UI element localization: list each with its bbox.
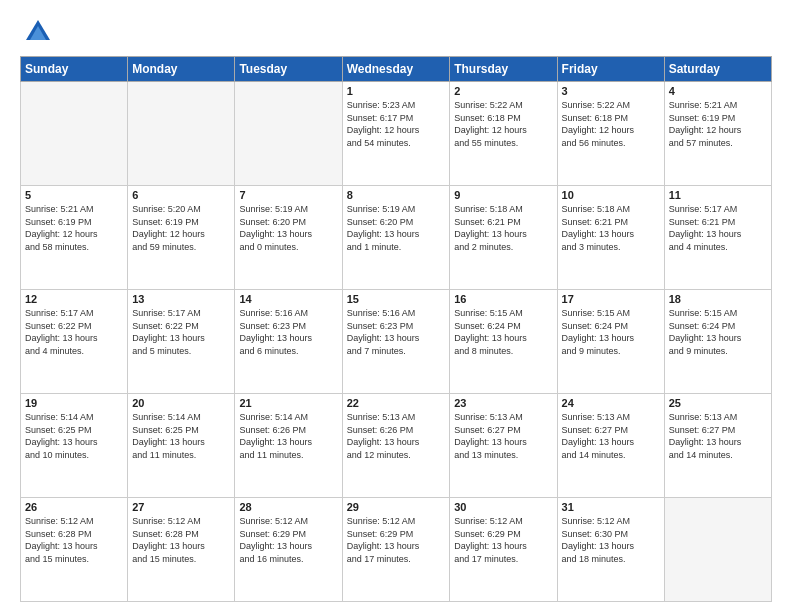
calendar-cell: 1Sunrise: 5:23 AM Sunset: 6:17 PM Daylig… bbox=[342, 82, 450, 186]
day-number: 4 bbox=[669, 85, 767, 97]
day-info: Sunrise: 5:12 AM Sunset: 6:29 PM Dayligh… bbox=[347, 515, 446, 565]
day-info: Sunrise: 5:12 AM Sunset: 6:28 PM Dayligh… bbox=[25, 515, 123, 565]
day-number: 1 bbox=[347, 85, 446, 97]
calendar-cell: 21Sunrise: 5:14 AM Sunset: 6:26 PM Dayli… bbox=[235, 394, 342, 498]
calendar-cell: 8Sunrise: 5:19 AM Sunset: 6:20 PM Daylig… bbox=[342, 186, 450, 290]
weekday-header: Tuesday bbox=[235, 57, 342, 82]
day-info: Sunrise: 5:22 AM Sunset: 6:18 PM Dayligh… bbox=[454, 99, 552, 149]
day-number: 7 bbox=[239, 189, 337, 201]
day-number: 5 bbox=[25, 189, 123, 201]
calendar-cell: 20Sunrise: 5:14 AM Sunset: 6:25 PM Dayli… bbox=[128, 394, 235, 498]
day-info: Sunrise: 5:23 AM Sunset: 6:17 PM Dayligh… bbox=[347, 99, 446, 149]
calendar-cell: 23Sunrise: 5:13 AM Sunset: 6:27 PM Dayli… bbox=[450, 394, 557, 498]
calendar-cell: 28Sunrise: 5:12 AM Sunset: 6:29 PM Dayli… bbox=[235, 498, 342, 602]
calendar-cell: 24Sunrise: 5:13 AM Sunset: 6:27 PM Dayli… bbox=[557, 394, 664, 498]
calendar-cell: 31Sunrise: 5:12 AM Sunset: 6:30 PM Dayli… bbox=[557, 498, 664, 602]
weekday-header: Thursday bbox=[450, 57, 557, 82]
day-number: 6 bbox=[132, 189, 230, 201]
calendar-cell bbox=[128, 82, 235, 186]
calendar-table: SundayMondayTuesdayWednesdayThursdayFrid… bbox=[20, 56, 772, 602]
day-info: Sunrise: 5:20 AM Sunset: 6:19 PM Dayligh… bbox=[132, 203, 230, 253]
day-info: Sunrise: 5:16 AM Sunset: 6:23 PM Dayligh… bbox=[347, 307, 446, 357]
calendar-cell: 10Sunrise: 5:18 AM Sunset: 6:21 PM Dayli… bbox=[557, 186, 664, 290]
day-number: 29 bbox=[347, 501, 446, 513]
day-number: 18 bbox=[669, 293, 767, 305]
weekday-header: Sunday bbox=[21, 57, 128, 82]
day-info: Sunrise: 5:14 AM Sunset: 6:25 PM Dayligh… bbox=[132, 411, 230, 461]
day-info: Sunrise: 5:17 AM Sunset: 6:22 PM Dayligh… bbox=[25, 307, 123, 357]
calendar-cell: 9Sunrise: 5:18 AM Sunset: 6:21 PM Daylig… bbox=[450, 186, 557, 290]
day-info: Sunrise: 5:12 AM Sunset: 6:28 PM Dayligh… bbox=[132, 515, 230, 565]
day-info: Sunrise: 5:13 AM Sunset: 6:27 PM Dayligh… bbox=[562, 411, 660, 461]
weekday-header: Friday bbox=[557, 57, 664, 82]
day-number: 26 bbox=[25, 501, 123, 513]
weekday-header: Saturday bbox=[664, 57, 771, 82]
logo bbox=[20, 18, 52, 46]
day-info: Sunrise: 5:13 AM Sunset: 6:27 PM Dayligh… bbox=[669, 411, 767, 461]
calendar-cell bbox=[21, 82, 128, 186]
day-number: 28 bbox=[239, 501, 337, 513]
day-info: Sunrise: 5:21 AM Sunset: 6:19 PM Dayligh… bbox=[669, 99, 767, 149]
day-number: 21 bbox=[239, 397, 337, 409]
day-info: Sunrise: 5:18 AM Sunset: 6:21 PM Dayligh… bbox=[562, 203, 660, 253]
day-number: 15 bbox=[347, 293, 446, 305]
day-number: 20 bbox=[132, 397, 230, 409]
calendar-cell: 3Sunrise: 5:22 AM Sunset: 6:18 PM Daylig… bbox=[557, 82, 664, 186]
calendar-cell: 12Sunrise: 5:17 AM Sunset: 6:22 PM Dayli… bbox=[21, 290, 128, 394]
calendar-cell: 6Sunrise: 5:20 AM Sunset: 6:19 PM Daylig… bbox=[128, 186, 235, 290]
calendar-cell: 19Sunrise: 5:14 AM Sunset: 6:25 PM Dayli… bbox=[21, 394, 128, 498]
day-number: 19 bbox=[25, 397, 123, 409]
calendar-cell: 27Sunrise: 5:12 AM Sunset: 6:28 PM Dayli… bbox=[128, 498, 235, 602]
day-number: 25 bbox=[669, 397, 767, 409]
day-info: Sunrise: 5:18 AM Sunset: 6:21 PM Dayligh… bbox=[454, 203, 552, 253]
calendar-week-row: 1Sunrise: 5:23 AM Sunset: 6:17 PM Daylig… bbox=[21, 82, 772, 186]
calendar-cell: 29Sunrise: 5:12 AM Sunset: 6:29 PM Dayli… bbox=[342, 498, 450, 602]
calendar-week-row: 5Sunrise: 5:21 AM Sunset: 6:19 PM Daylig… bbox=[21, 186, 772, 290]
day-info: Sunrise: 5:16 AM Sunset: 6:23 PM Dayligh… bbox=[239, 307, 337, 357]
calendar-cell: 15Sunrise: 5:16 AM Sunset: 6:23 PM Dayli… bbox=[342, 290, 450, 394]
day-number: 22 bbox=[347, 397, 446, 409]
calendar-cell: 13Sunrise: 5:17 AM Sunset: 6:22 PM Dayli… bbox=[128, 290, 235, 394]
day-number: 10 bbox=[562, 189, 660, 201]
calendar-week-row: 12Sunrise: 5:17 AM Sunset: 6:22 PM Dayli… bbox=[21, 290, 772, 394]
calendar-cell: 16Sunrise: 5:15 AM Sunset: 6:24 PM Dayli… bbox=[450, 290, 557, 394]
day-info: Sunrise: 5:13 AM Sunset: 6:26 PM Dayligh… bbox=[347, 411, 446, 461]
day-info: Sunrise: 5:22 AM Sunset: 6:18 PM Dayligh… bbox=[562, 99, 660, 149]
day-number: 17 bbox=[562, 293, 660, 305]
calendar-cell bbox=[664, 498, 771, 602]
day-info: Sunrise: 5:12 AM Sunset: 6:29 PM Dayligh… bbox=[454, 515, 552, 565]
calendar-cell: 5Sunrise: 5:21 AM Sunset: 6:19 PM Daylig… bbox=[21, 186, 128, 290]
day-number: 13 bbox=[132, 293, 230, 305]
day-info: Sunrise: 5:19 AM Sunset: 6:20 PM Dayligh… bbox=[347, 203, 446, 253]
day-info: Sunrise: 5:17 AM Sunset: 6:22 PM Dayligh… bbox=[132, 307, 230, 357]
day-info: Sunrise: 5:21 AM Sunset: 6:19 PM Dayligh… bbox=[25, 203, 123, 253]
day-number: 14 bbox=[239, 293, 337, 305]
calendar-cell: 2Sunrise: 5:22 AM Sunset: 6:18 PM Daylig… bbox=[450, 82, 557, 186]
day-info: Sunrise: 5:14 AM Sunset: 6:26 PM Dayligh… bbox=[239, 411, 337, 461]
calendar-cell: 18Sunrise: 5:15 AM Sunset: 6:24 PM Dayli… bbox=[664, 290, 771, 394]
calendar-cell: 14Sunrise: 5:16 AM Sunset: 6:23 PM Dayli… bbox=[235, 290, 342, 394]
weekday-header: Wednesday bbox=[342, 57, 450, 82]
day-info: Sunrise: 5:12 AM Sunset: 6:30 PM Dayligh… bbox=[562, 515, 660, 565]
calendar-week-row: 19Sunrise: 5:14 AM Sunset: 6:25 PM Dayli… bbox=[21, 394, 772, 498]
weekday-header-row: SundayMondayTuesdayWednesdayThursdayFrid… bbox=[21, 57, 772, 82]
day-info: Sunrise: 5:15 AM Sunset: 6:24 PM Dayligh… bbox=[454, 307, 552, 357]
calendar-cell bbox=[235, 82, 342, 186]
day-number: 3 bbox=[562, 85, 660, 97]
day-number: 2 bbox=[454, 85, 552, 97]
calendar-cell: 11Sunrise: 5:17 AM Sunset: 6:21 PM Dayli… bbox=[664, 186, 771, 290]
day-number: 30 bbox=[454, 501, 552, 513]
calendar-week-row: 26Sunrise: 5:12 AM Sunset: 6:28 PM Dayli… bbox=[21, 498, 772, 602]
day-number: 9 bbox=[454, 189, 552, 201]
day-number: 31 bbox=[562, 501, 660, 513]
day-number: 8 bbox=[347, 189, 446, 201]
calendar-cell: 26Sunrise: 5:12 AM Sunset: 6:28 PM Dayli… bbox=[21, 498, 128, 602]
logo-icon bbox=[24, 18, 52, 46]
day-number: 27 bbox=[132, 501, 230, 513]
calendar-cell: 25Sunrise: 5:13 AM Sunset: 6:27 PM Dayli… bbox=[664, 394, 771, 498]
day-number: 24 bbox=[562, 397, 660, 409]
day-info: Sunrise: 5:15 AM Sunset: 6:24 PM Dayligh… bbox=[669, 307, 767, 357]
day-info: Sunrise: 5:19 AM Sunset: 6:20 PM Dayligh… bbox=[239, 203, 337, 253]
page: SundayMondayTuesdayWednesdayThursdayFrid… bbox=[0, 0, 792, 612]
calendar-cell: 17Sunrise: 5:15 AM Sunset: 6:24 PM Dayli… bbox=[557, 290, 664, 394]
